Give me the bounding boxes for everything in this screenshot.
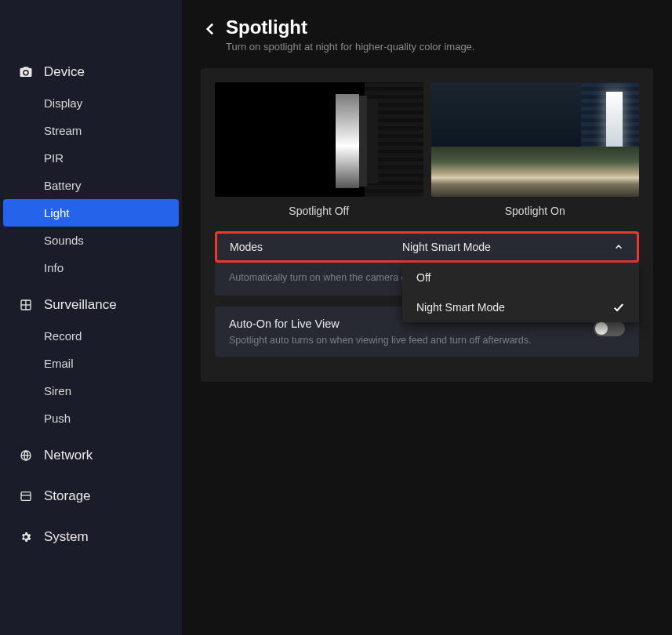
page-title-wrap: Spotlight Turn on spotlight at night for… [226,17,474,53]
preview-image-on [431,82,640,197]
gear-icon [19,530,33,544]
nav-section-device: Device Display Stream PIR Battery Light … [0,55,182,281]
nav-header-surveillance[interactable]: Surveillance [0,288,182,322]
page-subtitle: Turn on spotlight at night for higher-qu… [226,41,474,53]
nav-header-label: Storage [44,488,91,504]
modes-select[interactable]: Night Smart Mode [390,234,637,260]
nav-section-surveillance: Surveillance Record Email Siren Push [0,288,182,432]
modes-label: Modes [217,234,390,260]
auto-on-toggle[interactable] [594,321,625,336]
preview-row: Spotlight Off Spotlight On [215,82,639,217]
nav-sub-surveillance: Record Email Siren Push [0,322,182,432]
sidebar-item-push[interactable]: Push [3,405,179,432]
nav-header-label: Network [44,448,93,463]
preview-image-off [215,82,423,197]
nav-header-storage[interactable]: Storage [0,479,182,513]
sidebar-item-display[interactable]: Display [3,89,179,117]
nav-header-system[interactable]: System [0,520,182,554]
sidebar-item-light[interactable]: Light [3,199,179,227]
chevron-up-icon [613,241,624,252]
option-label: Night Smart Mode [416,301,505,314]
preview-label-off: Spotlight Off [215,205,423,217]
sidebar-item-record[interactable]: Record [3,322,179,350]
nav-section-storage: Storage [0,479,182,513]
preview-spotlight-on: Spotlight On [431,82,640,217]
spotlight-panel: Spotlight Off Spotlight On Modes Night S… [201,68,653,382]
nav-section-system: System [0,520,182,554]
modes-option-night-smart[interactable]: Night Smart Mode [402,292,639,322]
svg-rect-5 [21,492,31,501]
storage-icon [19,489,33,503]
modes-dropdown: Off Night Smart Mode [402,263,639,322]
page-title: Spotlight [226,17,474,38]
sidebar-item-info[interactable]: Info [3,254,179,281]
nav-header-label: System [44,529,89,545]
sidebar-item-email[interactable]: Email [3,350,179,377]
nav-sub-device: Display Stream PIR Battery Light Sounds … [0,89,182,281]
nav-header-label: Device [44,64,85,80]
preview-label-on: Spotlight On [431,205,640,217]
modes-row-highlight: Modes Night Smart Mode [215,231,639,263]
back-button[interactable] [201,20,218,38]
check-icon [612,301,625,314]
nav-header-label: Surveillance [44,297,117,313]
nav-header-device[interactable]: Device [0,55,182,89]
sidebar-item-battery[interactable]: Battery [3,172,179,199]
preview-spotlight-off: Spotlight Off [215,82,423,217]
sidebar-item-pir[interactable]: PIR [3,144,179,172]
option-label: Off [416,271,430,284]
nav-header-network[interactable]: Network [0,438,182,473]
modes-selected-value: Night Smart Mode [402,241,491,253]
camera-icon [19,65,33,79]
globe-icon [19,448,33,463]
modes-option-off[interactable]: Off [402,263,639,292]
modes-card: Modes Night Smart Mode Automatically tur… [215,231,639,296]
sidebar: Device Display Stream PIR Battery Light … [0,0,182,635]
page-header: Spotlight Turn on spotlight at night for… [201,17,653,53]
sidebar-item-stream[interactable]: Stream [3,117,179,144]
sidebar-item-sounds[interactable]: Sounds [3,227,179,254]
auto-on-description: Spotlight auto turns on when viewing liv… [229,335,531,346]
sidebar-item-siren[interactable]: Siren [3,377,179,405]
nav-section-network: Network [0,438,182,473]
grid-icon [19,298,33,312]
main-content: Spotlight Turn on spotlight at night for… [182,0,672,635]
